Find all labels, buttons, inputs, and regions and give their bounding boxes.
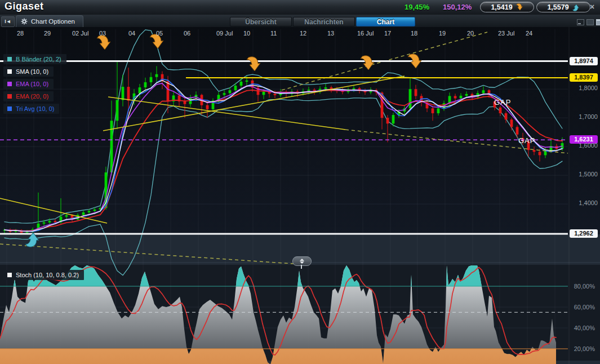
- bid-price-value: 1,5419: [491, 3, 512, 11]
- page-title: Gigaset: [5, 1, 44, 12]
- up-arrow-icon: [572, 3, 580, 11]
- panel-splitter-handle[interactable]: [292, 256, 312, 266]
- stoch-axis-label: 80,00%: [566, 283, 595, 290]
- collapse-panel-button[interactable]: I◄: [1, 16, 15, 27]
- price-level-badge: 1,8974: [570, 57, 598, 65]
- date-tick-label: 24: [526, 30, 532, 37]
- window-titlebar: Gigaset 19,45% 150,12% 1,5419 1,5579 ×: [0, 0, 600, 15]
- main-plot-background: [0, 27, 600, 234]
- date-tick-label: 09 Jul: [216, 30, 233, 37]
- triavg-swatch-icon: [7, 106, 12, 111]
- date-tick-label: 03: [99, 30, 106, 37]
- date-tick-label: 28: [17, 30, 24, 37]
- price-axis-label: 1,5000: [570, 171, 600, 177]
- stoch-legend: Stoch (10, 10, 0.8, 0.2): [3, 270, 84, 280]
- splitter-up-arrow-icon: [300, 259, 304, 261]
- maximize-icon[interactable]: [596, 19, 600, 25]
- date-tick-label: 10: [243, 30, 250, 37]
- price-axis-label: 1,8000: [570, 85, 600, 91]
- date-tick-label: 16 Jul: [357, 30, 374, 37]
- date-tick-label: 12: [300, 30, 306, 37]
- date-tick-label: 06: [184, 30, 190, 37]
- stoch-axis-label: 40,00%: [566, 325, 595, 331]
- ema10-swatch-icon: [7, 82, 12, 86]
- change-percent-secondary: 150,12%: [443, 3, 472, 11]
- down-arrow-icon: [515, 3, 523, 11]
- price-level-badge: 1,8397: [570, 73, 598, 82]
- date-tick-label: 17: [384, 30, 391, 37]
- gap-annotation: GAP: [518, 136, 535, 145]
- date-tick-label: 04: [128, 30, 135, 37]
- date-tick-label: 11: [270, 30, 277, 37]
- legend-item-bbands: B Bänder (20, 2): [3, 54, 66, 64]
- date-tick-label: 20: [467, 30, 474, 37]
- tab-uebersicht[interactable]: Übersicht: [230, 17, 292, 26]
- date-tick-label: 23 Jul: [498, 30, 514, 37]
- close-icon[interactable]: ×: [590, 2, 594, 11]
- date-tick-label: 18: [411, 30, 417, 37]
- date-tick-label: 13: [327, 30, 334, 37]
- window-size-controls: [577, 19, 600, 25]
- price-axis-label: 1,4000: [570, 199, 600, 206]
- stoch-swatch-icon: [7, 273, 12, 277]
- sma-swatch-icon: [7, 69, 12, 74]
- price-and-stochastic-chart: GAPGAP: [0, 27, 600, 364]
- date-tick-label: 05: [156, 30, 163, 37]
- date-tick-label: 29: [44, 30, 51, 37]
- splitter-down-arrow-icon: [300, 261, 304, 264]
- date-tick-label: 19: [439, 30, 446, 37]
- gap-annotation: GAP: [494, 98, 511, 106]
- minimize-icon[interactable]: [577, 19, 584, 25]
- legend-item-triavg: Tri Avg (10, 0): [3, 104, 59, 114]
- legend-item-ema10: EMA (10, 0): [3, 79, 54, 89]
- bbands-swatch-icon: [7, 57, 12, 61]
- restore-icon[interactable]: [586, 19, 594, 25]
- date-tick-label: 02 Jul: [72, 30, 88, 37]
- splitter-tick: [301, 265, 302, 269]
- tab-chart-options-label: Chart Optionen: [31, 18, 75, 25]
- change-percent-primary: 19,45%: [405, 3, 429, 11]
- legend-item-ema20: EMA (20, 0): [3, 91, 54, 101]
- legend-item-sma: SMA (10, 0): [3, 66, 54, 77]
- price-level-badge: 1,2962: [570, 229, 598, 238]
- gear-icon: [21, 18, 28, 25]
- bid-price-button[interactable]: 1,5419: [480, 2, 534, 12]
- stoch-axis-label: 60,00%: [566, 304, 595, 310]
- trading-chart-widget: Gigaset 19,45% 150,12% 1,5419 1,5579 × I…: [0, 0, 600, 364]
- stoch-axis-label: 20,00%: [566, 345, 595, 352]
- price-axis-label: 1,7000: [570, 113, 600, 120]
- tab-bar: I◄ Chart Optionen Übersicht Nachrichten …: [0, 15, 600, 27]
- tab-chart[interactable]: Chart: [356, 17, 415, 26]
- price-axis-label: 1,6000: [570, 142, 600, 149]
- tab-chart-options[interactable]: Chart Optionen: [16, 15, 83, 27]
- ema20-swatch-icon: [7, 94, 12, 99]
- ask-price-value: 1,5579: [547, 3, 568, 11]
- indicator-legend: B Bänder (20, 2) SMA (10, 0) EMA (10, 0)…: [3, 54, 66, 114]
- ask-price-button[interactable]: 1,5579: [536, 2, 590, 12]
- tab-nachrichten[interactable]: Nachrichten: [293, 17, 355, 26]
